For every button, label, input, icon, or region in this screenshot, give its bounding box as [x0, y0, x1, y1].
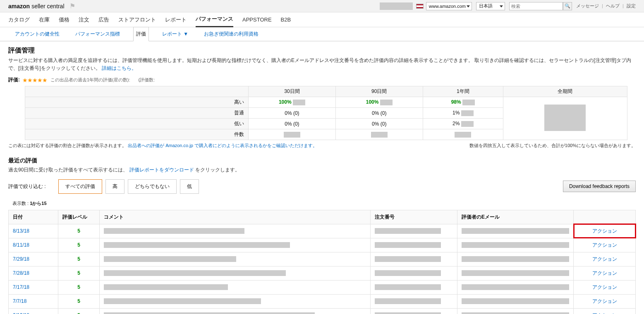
rating-subtitle-1: この出品者の過去1年間の評価(星の数): — [50, 77, 130, 83]
date-link[interactable]: 8/11/18 — [13, 242, 29, 248]
subnav-tab[interactable]: レポート ▼ — [160, 27, 191, 41]
logo-amazon: amazon — [8, 3, 30, 10]
action-link[interactable]: アクション — [592, 312, 617, 314]
action-link[interactable]: アクション — [592, 298, 617, 304]
summary-cell: 0% (0) — [249, 119, 336, 129]
logo-seller: seller central — [31, 3, 64, 10]
search-icon: 🔍 — [565, 3, 570, 9]
action-link[interactable]: アクション — [592, 228, 617, 234]
language-select-value: 日本語 — [479, 3, 493, 9]
nav-item[interactable]: ストアフロント — [118, 13, 156, 27]
filter-label: 評価で絞り込む : — [8, 183, 46, 190]
feedback-action-cell: アクション — [574, 294, 636, 308]
feedback-comment — [100, 238, 371, 252]
rating-header: 評価: ★★★★★ この出品者の過去1年間の評価(星の数): (評価数: — [8, 76, 636, 83]
table-row: 7/17/185アクション — [9, 280, 636, 294]
summary-footnote: この表には対応する評価の割合と評価数が表示されます。 出品者への評価が Amaz… — [8, 143, 636, 149]
download-report-link[interactable]: 評価レポートをダウンロード — [129, 167, 194, 173]
feedback-date: 7/7/18 — [9, 294, 58, 308]
action-link[interactable]: アクション — [592, 270, 617, 276]
help-link[interactable]: ヘルプ — [606, 3, 620, 8]
feedback-comment — [100, 294, 371, 308]
footnote-left-text: この表には対応する評価の割合と評価数が表示されます。 — [8, 143, 127, 148]
details-link[interactable]: 詳細はこちら。 — [102, 65, 136, 71]
seller-feedback-link[interactable]: 出品者への評価が Amazon.co.jp で購入者にどのように表示されるかをご… — [128, 143, 317, 148]
feedback-date: 7/17/18 — [9, 280, 58, 294]
nav-item[interactable]: レポート — [165, 13, 187, 27]
rating-subtitle-2: (評価数: — [139, 77, 155, 83]
date-link[interactable]: 7/28/18 — [13, 270, 29, 276]
feedback-email — [457, 294, 574, 308]
marketplace-select[interactable]: www.amazon.com — [426, 2, 472, 10]
summary-row-label: 低い — [25, 119, 249, 129]
logo[interactable]: amazon seller central — [8, 3, 65, 10]
flag-icon: ⚑ — [69, 2, 75, 10]
feedback-order — [371, 266, 457, 280]
messages-link[interactable]: メッセージ — [576, 3, 599, 8]
feedback-email — [457, 308, 574, 314]
feedback-col-header: 評価者のEメール — [457, 210, 574, 224]
search-button[interactable]: 🔍 — [563, 2, 572, 10]
search-input[interactable] — [509, 2, 563, 10]
summary-cell — [423, 129, 503, 140]
nav-item[interactable]: 広告 — [98, 13, 109, 27]
action-link[interactable]: アクション — [592, 256, 617, 262]
count-label-b: 1から15 — [30, 201, 46, 206]
feedback-level: 5 — [58, 238, 100, 252]
sub-nav: アカウントの健全性パフォーマンス指標評価レポート ▼お急ぎ便関連の利用資格 — [0, 27, 644, 41]
nav-item[interactable]: カタログ — [8, 13, 30, 27]
action-link[interactable]: アクション — [592, 284, 617, 290]
feedback-date: 8/13/18 — [9, 224, 58, 238]
date-link[interactable]: 6/16/18 — [13, 312, 29, 314]
filter-button[interactable]: 高 — [105, 179, 124, 194]
date-link[interactable]: 7/7/18 — [13, 298, 26, 304]
filter-button[interactable]: どちらでもない — [128, 179, 177, 194]
summary-cell: 0% (0) — [335, 119, 423, 129]
feedback-date: 7/29/18 — [9, 252, 58, 266]
nav-item[interactable]: B2B — [281, 13, 291, 26]
feedback-comment — [100, 224, 371, 238]
nav-item[interactable]: APPSTORE — [242, 13, 272, 26]
nav-item[interactable]: 在庫 — [39, 13, 50, 27]
download-feedback-reports-button[interactable]: Download feedback reports — [563, 181, 636, 192]
table-row: 6/16/185アクション — [9, 308, 636, 314]
summary-cell-all — [503, 97, 627, 140]
footnote-right-text: 数値を四捨五入して表示しているため、合計が100%にならない場合があります。 — [469, 143, 636, 149]
date-link[interactable]: 7/29/18 — [13, 256, 29, 262]
recent-descr-b: をクリックします。 — [195, 167, 240, 173]
star-icon: ★★★★★ — [22, 77, 47, 83]
language-select[interactable]: 日本語 — [476, 2, 505, 10]
summary-cell: 100% — [335, 97, 423, 108]
nav-item[interactable]: 価格 — [59, 13, 69, 27]
date-link[interactable]: 7/17/18 — [13, 284, 29, 290]
summary-cell — [249, 129, 336, 140]
feedback-action-cell: アクション — [574, 308, 636, 314]
nav-item[interactable]: 注文 — [79, 13, 89, 27]
filter-button[interactable]: 低 — [180, 179, 199, 194]
subnav-tab[interactable]: お急ぎ便関連の利用資格 — [201, 27, 261, 41]
summary-cell: 2% — [423, 119, 503, 129]
page-title: 評価管理 — [8, 46, 636, 55]
filter-button[interactable]: すべての評価 — [58, 179, 102, 194]
date-link[interactable]: 8/13/18 — [13, 228, 29, 234]
feedback-level: 5 — [58, 294, 100, 308]
feedback-col-header: 評価レベル — [58, 210, 100, 224]
summary-row-label: 高い — [25, 97, 249, 108]
feedback-comment — [100, 266, 371, 280]
nav-item[interactable]: パフォーマンス — [196, 12, 233, 27]
feedback-order — [371, 252, 457, 266]
subnav-tab[interactable]: アカウントの健全性 — [12, 27, 62, 41]
action-link[interactable]: アクション — [592, 242, 617, 248]
account-redacted — [380, 2, 413, 10]
marketplace-select-value: www.amazon.com — [429, 4, 466, 9]
feedback-action-cell: アクション — [574, 252, 636, 266]
subnav-tab[interactable]: パフォーマンス指標 — [73, 27, 122, 41]
feedback-action-cell: アクション — [574, 280, 636, 294]
subnav-tab[interactable]: 評価 — [133, 27, 149, 41]
summary-row-label: 普通 — [25, 108, 249, 119]
settings-link[interactable]: 設定 — [627, 3, 636, 8]
feedback-date: 7/28/18 — [9, 266, 58, 280]
top-bar: amazon seller central ⚑ www.amazon.com 日… — [0, 0, 644, 12]
feedback-date: 6/16/18 — [9, 308, 58, 314]
feedback-email — [457, 266, 574, 280]
